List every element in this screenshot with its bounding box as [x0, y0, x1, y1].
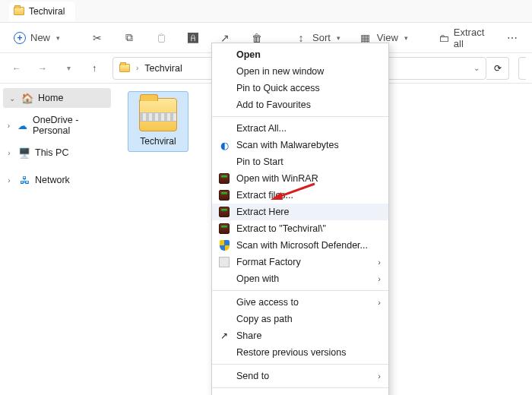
menu-item[interactable]: Cut	[212, 391, 388, 395]
pc-icon: 🖥️	[18, 147, 30, 159]
chevron-right-icon: ›	[5, 176, 14, 185]
forward-button[interactable]: →	[32, 58, 53, 79]
menu-item-label: Copy as path	[236, 314, 381, 324]
menu-item-label: Extract Here	[236, 207, 381, 217]
file-label: Techviral	[140, 136, 176, 147]
separator	[212, 364, 388, 365]
menu-item[interactable]: Open with›	[212, 270, 388, 287]
copy-icon: ⧉	[122, 31, 136, 45]
home-icon: 🏠	[21, 92, 33, 104]
extract-all-button[interactable]: 🗀 Extract all	[431, 27, 495, 49]
ellipsis-icon: ⋯	[505, 31, 519, 45]
menu-item-label: Share	[236, 330, 381, 341]
sidebar-item-onedrive[interactable]: › ☁ OneDrive - Personal	[0, 115, 114, 135]
share-icon: ↗	[220, 330, 228, 341]
sidebar-item-label: OneDrive - Personal	[33, 115, 109, 136]
chevron-down-icon: ▾	[404, 34, 408, 42]
new-button[interactable]: + New ▾	[6, 27, 68, 49]
sidebar-item-label: Network	[35, 175, 70, 185]
tab-title: Techviral	[29, 6, 65, 17]
refresh-icon: ⟳	[494, 63, 502, 74]
navigation-pane: ⌄ 🏠 Home › ☁ OneDrive - Personal › 🖥️ Th…	[0, 84, 114, 395]
menu-item[interactable]: Pin to Quick access	[212, 80, 388, 96]
paste-button[interactable]: 📋︎	[147, 27, 176, 49]
sidebar-item-this-pc[interactable]: › 🖥️ This PC	[0, 143, 114, 163]
menu-item[interactable]: Extract Here	[212, 204, 388, 220]
menu-item-label: Give access to	[236, 297, 372, 308]
chevron-right-icon: ›	[5, 122, 13, 130]
menu-item-label: Open	[236, 49, 381, 60]
winrar-icon	[219, 190, 230, 201]
menu-item[interactable]: Scan with Microsoft Defender...	[212, 237, 388, 254]
menu-item[interactable]: Open	[212, 46, 388, 63]
menu-item[interactable]: Format Factory›	[212, 254, 388, 270]
rename-button[interactable]: 🅰︎	[179, 27, 207, 49]
refresh-button[interactable]: ⟳	[486, 57, 509, 80]
menu-item-label: Scan with Malwarebytes	[236, 140, 381, 150]
menu-item-label: Open with	[236, 273, 372, 284]
titlebar: Techviral	[0, 0, 532, 23]
separator	[212, 116, 388, 117]
copy-button[interactable]: ⧉	[115, 27, 144, 49]
menu-item-label: Send to	[236, 371, 372, 381]
breadcrumb[interactable]: Techviral	[144, 63, 182, 74]
menu-item-label: Extract to "Techviral\"	[236, 223, 381, 234]
cut-button[interactable]: ✂	[83, 27, 112, 49]
menu-item-label: Pin to Start	[236, 156, 381, 167]
sidebar-item-home[interactable]: ⌄ 🏠 Home	[3, 88, 111, 108]
back-button[interactable]: ←	[6, 58, 27, 79]
menu-item[interactable]: Extract to "Techviral\"	[212, 220, 388, 237]
search-box[interactable]	[518, 57, 526, 80]
menu-item-label: Extract files...	[236, 190, 381, 201]
winrar-icon	[219, 207, 230, 217]
menu-item[interactable]: Extract files...	[212, 187, 388, 204]
sidebar-item-label: Home	[38, 93, 63, 103]
menu-item[interactable]: Send to›	[212, 368, 388, 384]
menu-item-label: Pin to Quick access	[236, 83, 381, 93]
menu-item[interactable]: Add to Favourites	[212, 96, 388, 113]
menu-item[interactable]: ◐Scan with Malwarebytes	[212, 137, 388, 153]
extract-all-label: Extract all	[454, 27, 487, 49]
separator	[212, 290, 388, 291]
menu-item-label: Open with WinRAR	[236, 173, 381, 184]
up-button[interactable]: ↑	[84, 58, 105, 79]
chevron-right-icon: ›	[378, 258, 381, 267]
menu-item[interactable]: Give access to›	[212, 294, 388, 311]
network-icon: 🖧	[18, 174, 30, 186]
chevron-right-icon: ›	[136, 64, 138, 72]
malwarebytes-icon: ◐	[220, 140, 229, 151]
folder-icon	[14, 7, 24, 15]
winrar-icon	[219, 173, 230, 184]
recent-button[interactable]: ▾	[58, 58, 79, 79]
extract-icon: 🗀	[439, 31, 449, 45]
menu-item-label: Add to Favourites	[236, 100, 381, 110]
chevron-right-icon: ›	[5, 149, 14, 157]
menu-item-label: Scan with Microsoft Defender...	[236, 240, 381, 251]
menu-item[interactable]: ↗Share	[212, 327, 388, 344]
file-item-zip[interactable]: Techviral	[128, 91, 188, 152]
menu-item[interactable]: Pin to Start	[212, 153, 388, 170]
chevron-right-icon: ›	[378, 371, 381, 381]
sidebar-item-network[interactable]: › 🖧 Network	[0, 170, 114, 190]
chevron-down-icon[interactable]: ⌄	[473, 64, 480, 72]
zip-folder-icon	[139, 98, 177, 131]
new-label: New	[30, 32, 50, 43]
chevron-down-icon: ▾	[337, 34, 340, 42]
chevron-down-icon: ▾	[56, 34, 60, 42]
window-tab[interactable]: Techviral	[9, 2, 75, 21]
format-factory-icon	[219, 257, 230, 267]
more-button[interactable]: ⋯	[498, 27, 527, 49]
defender-shield-icon	[220, 240, 230, 251]
menu-item[interactable]: Open in new window	[212, 63, 388, 80]
menu-item-label: Open in new window	[236, 66, 381, 77]
sort-label: Sort	[312, 32, 331, 43]
chevron-right-icon: ›	[378, 274, 381, 283]
menu-item[interactable]: Copy as path	[212, 311, 388, 327]
menu-item-label: Format Factory	[236, 257, 372, 267]
winrar-icon	[219, 223, 230, 234]
menu-item[interactable]: Restore previous versions	[212, 344, 388, 361]
plus-icon: +	[14, 32, 26, 44]
menu-item[interactable]: Extract All...	[212, 120, 388, 137]
menu-item[interactable]: Open with WinRAR	[212, 170, 388, 187]
folder-icon	[119, 64, 130, 72]
